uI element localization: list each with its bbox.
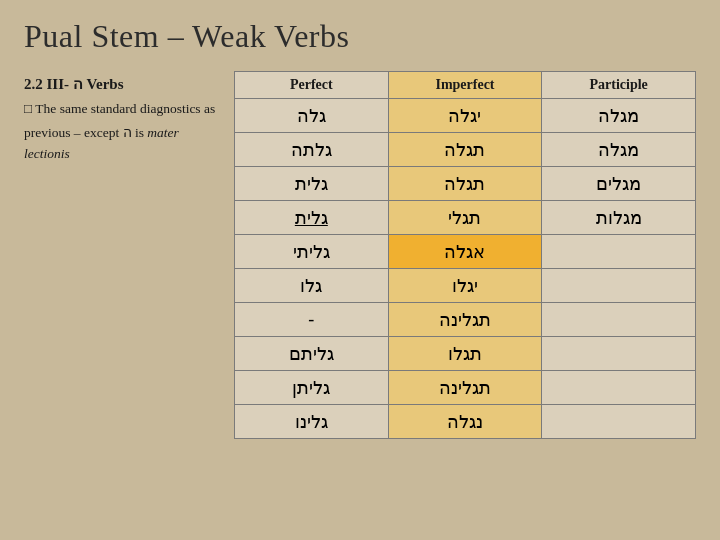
cell-perfect: גליתם <box>235 337 389 371</box>
cell-imperfect: יגלה <box>388 99 542 133</box>
cell-imperfect: תגלינה <box>388 371 542 405</box>
cell-imperfect: תגלינה <box>388 303 542 337</box>
page: Pual Stem – Weak Verbs 2.2 III- ה Verbs … <box>0 0 720 540</box>
cell-participle <box>542 405 696 439</box>
bullet-text: □ The same standard diagnostics as <box>24 99 222 119</box>
table-row: גליתםתגלו <box>235 337 696 371</box>
cell-participle <box>542 303 696 337</box>
cell-imperfect: תגלו <box>388 337 542 371</box>
cell-participle <box>542 337 696 371</box>
continuation-text: previous – except ה is mater lectionis <box>24 123 222 164</box>
cell-participle <box>542 269 696 303</box>
cell-perfect: גלה <box>235 99 389 133</box>
cell-perfect: גלינו <box>235 405 389 439</box>
cell-perfect: גלתה <box>235 133 389 167</box>
cell-participle <box>542 235 696 269</box>
verb-table: Perfect Imperfect Participle גלהיגלהמגלה… <box>234 71 696 439</box>
table-row: גלתהתגלהמגלה <box>235 133 696 167</box>
table-row: גלהיגלהמגלה <box>235 99 696 133</box>
header-imperfect: Imperfect <box>388 72 542 99</box>
cell-imperfect: תגלה <box>388 167 542 201</box>
table-row: גלויגלו <box>235 269 696 303</box>
table-row: גליתיאגלה <box>235 235 696 269</box>
cell-perfect: גלית <box>235 167 389 201</box>
header-row: Perfect Imperfect Participle <box>235 72 696 99</box>
cell-imperfect: נגלה <box>388 405 542 439</box>
table-area: Perfect Imperfect Participle גלהיגלהמגלה… <box>234 71 696 439</box>
table-row: גליתןתגלינה <box>235 371 696 405</box>
section-heading: 2.2 III- ה Verbs <box>24 75 222 93</box>
header-participle: Participle <box>542 72 696 99</box>
table-row: גליתתגלימגלות <box>235 201 696 235</box>
cell-imperfect: תגלה <box>388 133 542 167</box>
table-row: גלינונגלה <box>235 405 696 439</box>
bullet-symbol: □ <box>24 101 35 116</box>
cell-imperfect: יגלו <box>388 269 542 303</box>
cell-participle: מגלות <box>542 201 696 235</box>
cell-perfect: גלו <box>235 269 389 303</box>
cell-perfect: - <box>235 303 389 337</box>
cell-participle: מגלה <box>542 133 696 167</box>
page-title: Pual Stem – Weak Verbs <box>24 18 696 55</box>
section-body: □ The same standard diagnostics as previ… <box>24 99 222 164</box>
cell-participle: מגלים <box>542 167 696 201</box>
cell-imperfect: תגלי <box>388 201 542 235</box>
content-area: 2.2 III- ה Verbs □ The same standard dia… <box>24 71 696 439</box>
cell-participle <box>542 371 696 405</box>
header-perfect: Perfect <box>235 72 389 99</box>
cell-perfect: גליתי <box>235 235 389 269</box>
table-body: גלהיגלהמגלהגלתהתגלהמגלהגליתתגלהמגליםגלית… <box>235 99 696 439</box>
table-row: -תגלינה <box>235 303 696 337</box>
cell-participle: מגלה <box>542 99 696 133</box>
cell-perfect: גליתן <box>235 371 389 405</box>
cell-perfect: גלית <box>235 201 389 235</box>
table-row: גליתתגלהמגלים <box>235 167 696 201</box>
cell-imperfect: אגלה <box>388 235 542 269</box>
left-panel: 2.2 III- ה Verbs □ The same standard dia… <box>24 71 234 439</box>
